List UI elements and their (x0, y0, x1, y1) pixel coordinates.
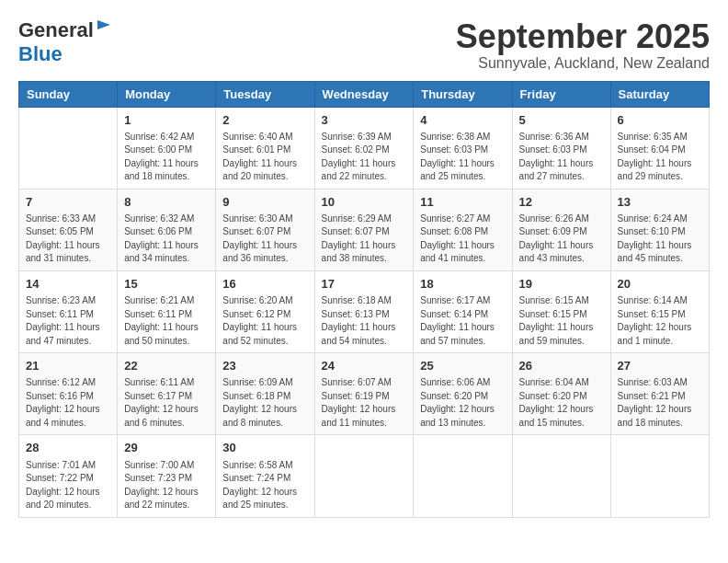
day-number: 22 (124, 358, 209, 374)
day-number: 26 (519, 358, 604, 374)
day-number: 3 (322, 112, 407, 129)
day-info: Sunrise: 6:24 AMSunset: 6:10 PMDaylight:… (618, 213, 702, 266)
calendar-day-cell: 16Sunrise: 6:20 AMSunset: 6:12 PMDayligh… (216, 270, 314, 352)
day-info: Sunrise: 6:20 AMSunset: 6:12 PMDaylight:… (222, 294, 307, 348)
calendar-day-cell: 15Sunrise: 6:21 AMSunset: 6:11 PMDayligh… (118, 270, 216, 352)
day-info: Sunrise: 6:29 AMSunset: 6:07 PMDaylight:… (322, 213, 407, 266)
day-info: Sunrise: 6:40 AMSunset: 6:01 PMDaylight:… (222, 131, 307, 184)
calendar-day-cell: 27Sunrise: 6:03 AMSunset: 6:21 PMDayligh… (610, 353, 709, 435)
calendar-day-cell: 17Sunrise: 6:18 AMSunset: 6:13 PMDayligh… (314, 270, 414, 352)
weekday-header-sunday: Sunday (19, 81, 118, 107)
day-number: 16 (222, 276, 307, 293)
calendar-week-row: 7Sunrise: 6:33 AMSunset: 6:05 PMDaylight… (19, 189, 710, 270)
location-text: Sunnyvale, Auckland, New Zealand (456, 55, 710, 72)
calendar-week-row: 14Sunrise: 6:23 AMSunset: 6:11 PMDayligh… (19, 270, 710, 352)
calendar-day-cell (512, 435, 610, 517)
day-number: 1 (124, 112, 209, 129)
calendar-day-cell: 28Sunrise: 7:01 AMSunset: 7:22 PMDayligh… (19, 435, 118, 517)
calendar-day-cell: 8Sunrise: 6:32 AMSunset: 6:06 PMDaylight… (118, 189, 216, 270)
day-info: Sunrise: 6:42 AMSunset: 6:00 PMDaylight:… (124, 131, 209, 184)
calendar-day-cell: 24Sunrise: 6:07 AMSunset: 6:19 PMDayligh… (314, 353, 414, 435)
calendar-table: SundayMondayTuesdayWednesdayThursdayFrid… (18, 81, 710, 518)
day-info: Sunrise: 6:21 AMSunset: 6:11 PMDaylight:… (124, 294, 209, 348)
weekday-header-monday: Monday (118, 81, 216, 107)
day-info: Sunrise: 6:36 AMSunset: 6:03 PMDaylight:… (519, 131, 604, 184)
title-section: September 2025 Sunnyvale, Auckland, New … (456, 18, 710, 72)
logo: General Blue (18, 18, 112, 66)
day-number: 6 (618, 112, 702, 129)
day-number: 18 (420, 276, 505, 293)
day-number: 29 (124, 440, 209, 456)
day-number: 12 (519, 194, 604, 211)
day-number: 13 (618, 194, 702, 211)
month-title: September 2025 (456, 18, 710, 55)
calendar-day-cell: 19Sunrise: 6:15 AMSunset: 6:15 PMDayligh… (512, 270, 610, 352)
calendar-day-cell: 21Sunrise: 6:12 AMSunset: 6:16 PMDayligh… (19, 353, 118, 435)
day-info: Sunrise: 6:23 AMSunset: 6:11 PMDaylight:… (26, 294, 110, 348)
calendar-day-cell: 25Sunrise: 6:06 AMSunset: 6:20 PMDayligh… (414, 353, 512, 435)
calendar-day-cell: 29Sunrise: 7:00 AMSunset: 7:23 PMDayligh… (118, 435, 216, 517)
day-number: 20 (618, 276, 702, 293)
day-info: Sunrise: 6:11 AMSunset: 6:17 PMDaylight:… (124, 376, 209, 430)
calendar-day-cell (414, 435, 512, 517)
day-info: Sunrise: 6:09 AMSunset: 6:18 PMDaylight:… (222, 376, 307, 430)
day-number: 21 (26, 358, 110, 374)
day-info: Sunrise: 6:58 AMSunset: 7:24 PMDaylight:… (222, 459, 307, 512)
day-info: Sunrise: 7:00 AMSunset: 7:23 PMDaylight:… (124, 459, 209, 512)
calendar-day-cell (19, 107, 118, 189)
day-info: Sunrise: 6:18 AMSunset: 6:13 PMDaylight:… (322, 294, 407, 348)
weekday-header-friday: Friday (512, 81, 610, 107)
calendar-day-cell (610, 435, 709, 517)
calendar-day-cell: 2Sunrise: 6:40 AMSunset: 6:01 PMDaylight… (216, 107, 314, 189)
logo-blue-text: Blue (18, 42, 63, 66)
day-number: 11 (420, 194, 505, 211)
calendar-day-cell: 23Sunrise: 6:09 AMSunset: 6:18 PMDayligh… (216, 353, 314, 435)
calendar-day-cell (314, 435, 414, 517)
day-info: Sunrise: 6:03 AMSunset: 6:21 PMDaylight:… (618, 376, 702, 430)
day-info: Sunrise: 7:01 AMSunset: 7:22 PMDaylight:… (26, 459, 110, 512)
calendar-day-cell: 30Sunrise: 6:58 AMSunset: 7:24 PMDayligh… (216, 435, 314, 517)
calendar-day-cell: 5Sunrise: 6:36 AMSunset: 6:03 PMDaylight… (512, 107, 610, 189)
day-info: Sunrise: 6:26 AMSunset: 6:09 PMDaylight:… (519, 213, 604, 266)
day-info: Sunrise: 6:12 AMSunset: 6:16 PMDaylight:… (26, 376, 110, 430)
day-number: 2 (222, 112, 307, 129)
page-header: General Blue September 2025 Sunnyvale, A… (18, 18, 710, 72)
day-number: 27 (618, 358, 702, 374)
day-info: Sunrise: 6:35 AMSunset: 6:04 PMDaylight:… (618, 131, 702, 184)
calendar-day-cell: 4Sunrise: 6:38 AMSunset: 6:03 PMDaylight… (414, 107, 512, 189)
calendar-day-cell: 10Sunrise: 6:29 AMSunset: 6:07 PMDayligh… (314, 189, 414, 270)
calendar-week-row: 21Sunrise: 6:12 AMSunset: 6:16 PMDayligh… (19, 353, 710, 435)
day-number: 17 (322, 276, 407, 293)
svg-marker-0 (97, 20, 110, 29)
day-number: 8 (124, 194, 209, 211)
calendar-day-cell: 3Sunrise: 6:39 AMSunset: 6:02 PMDaylight… (314, 107, 414, 189)
calendar-day-cell: 6Sunrise: 6:35 AMSunset: 6:04 PMDaylight… (610, 107, 709, 189)
weekday-header-tuesday: Tuesday (216, 81, 314, 107)
day-number: 30 (222, 440, 307, 456)
day-number: 28 (26, 440, 110, 456)
weekday-header-thursday: Thursday (414, 81, 512, 107)
logo-general-text: General (18, 18, 94, 42)
day-info: Sunrise: 6:06 AMSunset: 6:20 PMDaylight:… (420, 376, 505, 430)
day-info: Sunrise: 6:17 AMSunset: 6:14 PMDaylight:… (420, 294, 505, 348)
calendar-day-cell: 9Sunrise: 6:30 AMSunset: 6:07 PMDaylight… (216, 189, 314, 270)
calendar-day-cell: 14Sunrise: 6:23 AMSunset: 6:11 PMDayligh… (19, 270, 118, 352)
calendar-day-cell: 11Sunrise: 6:27 AMSunset: 6:08 PMDayligh… (414, 189, 512, 270)
day-info: Sunrise: 6:32 AMSunset: 6:06 PMDaylight:… (124, 213, 209, 266)
day-number: 14 (26, 276, 110, 293)
calendar-day-cell: 13Sunrise: 6:24 AMSunset: 6:10 PMDayligh… (610, 189, 709, 270)
day-info: Sunrise: 6:30 AMSunset: 6:07 PMDaylight:… (222, 213, 307, 266)
weekday-header-row: SundayMondayTuesdayWednesdayThursdayFrid… (19, 81, 710, 107)
day-number: 4 (420, 112, 505, 129)
day-info: Sunrise: 6:39 AMSunset: 6:02 PMDaylight:… (322, 131, 407, 184)
day-info: Sunrise: 6:04 AMSunset: 6:20 PMDaylight:… (519, 376, 604, 430)
calendar-day-cell: 20Sunrise: 6:14 AMSunset: 6:15 PMDayligh… (610, 270, 709, 352)
day-number: 7 (26, 194, 110, 211)
calendar-day-cell: 18Sunrise: 6:17 AMSunset: 6:14 PMDayligh… (414, 270, 512, 352)
day-number: 25 (420, 358, 505, 374)
day-number: 23 (222, 358, 307, 374)
day-number: 24 (322, 358, 407, 374)
day-number: 19 (519, 276, 604, 293)
calendar-week-row: 28Sunrise: 7:01 AMSunset: 7:22 PMDayligh… (19, 435, 710, 517)
day-info: Sunrise: 6:27 AMSunset: 6:08 PMDaylight:… (420, 213, 505, 266)
